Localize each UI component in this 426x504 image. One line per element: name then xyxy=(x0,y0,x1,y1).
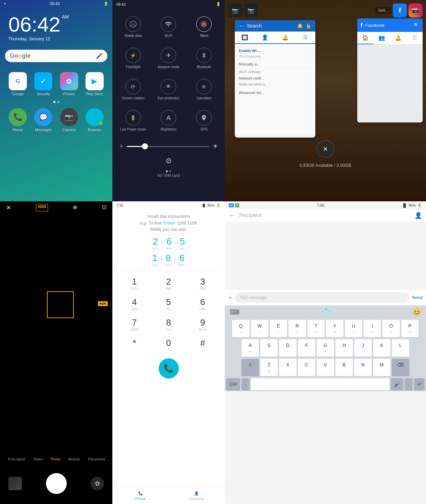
enter-key[interactable]: ⏎ xyxy=(414,378,425,390)
emoji-icon[interactable]: 😊 xyxy=(413,308,421,316)
recipient-field[interactable]: Recipient xyxy=(236,212,415,218)
key-n[interactable]: N xyxy=(354,359,372,376)
key-7[interactable]: 7 PQRS xyxy=(117,314,152,335)
qs-calculator[interactable]: ⊕ Calculator xyxy=(187,74,221,105)
fb-nav-4[interactable]: ☰ xyxy=(406,32,423,44)
back-arrow-icon[interactable]: ← xyxy=(239,23,244,29)
mode-beauty[interactable]: Beauty xyxy=(68,457,80,461)
mode-panorama[interactable]: Panorama xyxy=(88,457,105,461)
key-m[interactable]: M xyxy=(373,359,390,376)
key-v[interactable]: V xyxy=(317,359,334,376)
key-q[interactable]: Q1 xyxy=(232,320,250,337)
brightness-slider-track[interactable] xyxy=(127,146,209,147)
mic-icon[interactable]: 🎤 xyxy=(96,53,103,59)
key-3[interactable]: 3 DEF xyxy=(185,273,220,294)
period-key[interactable]: . xyxy=(405,378,413,390)
key-0[interactable]: 0 + xyxy=(152,335,186,355)
app-security[interactable]: ✓ Security xyxy=(32,72,54,96)
qs-rotation[interactable]: ⟳ Screen rotation xyxy=(116,74,151,105)
qs-flashlight[interactable]: ⚡ Flashlight xyxy=(116,43,151,73)
qs-gps[interactable]: GPS xyxy=(187,105,221,136)
qs-wifi[interactable]: Wi-Fi xyxy=(151,12,186,42)
key-c[interactable]: C xyxy=(298,359,315,376)
key-w[interactable]: W2 xyxy=(251,320,268,337)
app-google[interactable]: G Google xyxy=(7,72,29,96)
camera-effects-button[interactable]: ✿ xyxy=(91,477,104,490)
shirt-icon[interactable]: 👕 xyxy=(322,308,330,316)
instagram-app-icon-top[interactable]: 📸 xyxy=(409,3,423,17)
call-button[interactable]: 📞 xyxy=(159,358,179,379)
key-g[interactable]: G& xyxy=(317,339,334,357)
qs-eye[interactable]: 👁 Eye protection xyxy=(151,74,186,105)
camera-viewfinder[interactable]: HDR xyxy=(0,214,112,449)
settings-small-icon[interactable]: Sett... xyxy=(375,7,391,14)
shift-key[interactable]: ⇧ xyxy=(242,359,259,376)
wifi-nav-icon-2[interactable]: 👤 xyxy=(255,32,275,43)
num-switch-key[interactable]: 12# xyxy=(226,378,240,390)
qs-mobile-data[interactable]: ◎ Mobile data xyxy=(116,12,151,42)
key-a[interactable]: A@ xyxy=(242,339,259,357)
app-phone[interactable]: 📞 Phone xyxy=(7,108,29,132)
mic-keyboard-icon[interactable]: 🎤 xyxy=(391,378,403,390)
qs-lowpower[interactable]: 🔋 Low Power mode xyxy=(116,105,151,136)
tab-phone[interactable]: 📞 Phone xyxy=(112,488,169,504)
mode-video[interactable]: Video xyxy=(33,457,43,461)
key-9[interactable]: 9 WXYZ xyxy=(185,314,220,335)
app-playstore[interactable]: ▶ Play Store xyxy=(84,72,106,96)
attach-icon[interactable]: + xyxy=(228,293,232,302)
key-r[interactable]: R4 xyxy=(288,320,306,337)
key-z[interactable]: Z@ xyxy=(260,359,278,376)
facebook-app-icon-top[interactable]: f xyxy=(393,3,407,17)
key-5[interactable]: 5 JKL xyxy=(152,294,186,314)
lens-switch-icon[interactable]: ⊕ xyxy=(73,204,77,211)
fb-nav-1[interactable]: 🏠 xyxy=(357,32,374,44)
recent-camera-icon[interactable]: 📷 xyxy=(228,3,242,17)
key-l[interactable]: L+ xyxy=(392,339,409,357)
app-photos[interactable]: ✿ Photos xyxy=(58,72,80,96)
key-i[interactable]: I8 xyxy=(364,320,381,337)
brightness-slider-row[interactable]: ☀ ☀ xyxy=(112,139,225,153)
brightness-thumb[interactable] xyxy=(142,143,148,149)
qs-silent[interactable]: 🔕 Silent xyxy=(187,12,221,42)
wifi-nav-icon-1[interactable]: 🔲 xyxy=(235,32,255,43)
key-1[interactable]: 1 QLO xyxy=(117,273,152,294)
mode-timelapse[interactable]: Time lapse xyxy=(7,457,25,461)
key-y[interactable]: Y6 xyxy=(326,320,343,337)
key-e[interactable]: E3 xyxy=(270,320,287,337)
recent-camera2-icon[interactable]: 📷 xyxy=(244,3,258,17)
tab-contacts[interactable]: 👤 Contacts xyxy=(169,488,225,504)
key-8[interactable]: 8 TUV xyxy=(152,314,186,335)
qs-airplane[interactable]: ✈ Airplane mode xyxy=(151,43,186,73)
key-j[interactable]: J( xyxy=(354,339,372,357)
fb-nav-2[interactable]: 👥 xyxy=(374,32,390,44)
key-s[interactable]: S_ xyxy=(260,339,278,357)
camera-thumbnail[interactable] xyxy=(8,477,22,490)
key-2[interactable]: 2 ABC xyxy=(152,273,186,294)
key-f[interactable]: F| xyxy=(298,339,315,357)
comma-key[interactable]: ، xyxy=(242,378,250,390)
app-browser[interactable]: 🌐 N Browser xyxy=(84,108,106,132)
back-arrow-sms[interactable]: ← xyxy=(229,212,235,219)
key-4[interactable]: 4 GHI xyxy=(117,294,152,314)
key-hash[interactable]: # · xyxy=(185,335,220,355)
key-u[interactable]: U7 xyxy=(345,320,362,337)
shutter-button[interactable] xyxy=(46,473,67,494)
app-messages[interactable]: 💬 Messages xyxy=(32,108,54,132)
qs-bluetooth[interactable]: Bluetooth xyxy=(187,43,221,73)
key-o[interactable]: O9 xyxy=(382,320,400,337)
hdr-indicator[interactable]: HDR xyxy=(36,204,48,211)
key-star[interactable]: * · xyxy=(117,335,152,355)
key-p[interactable]: P0 xyxy=(401,320,419,337)
space-key[interactable] xyxy=(251,378,389,390)
key-6[interactable]: 6 MNO xyxy=(185,294,220,314)
key-k[interactable]: K) xyxy=(373,339,390,357)
key-x[interactable]: X xyxy=(279,359,297,376)
fb-nav-3[interactable]: 🔔 xyxy=(390,32,407,44)
close-camera-icon[interactable]: ✕ xyxy=(6,204,11,211)
qs-brightness[interactable]: A Brightness xyxy=(151,105,186,136)
wifi-nav-icon-4[interactable]: ☰ xyxy=(295,32,315,43)
backspace-key[interactable]: ⌫ xyxy=(392,359,409,376)
key-d[interactable]: D/ xyxy=(279,339,297,357)
message-input[interactable]: Text message xyxy=(235,292,409,303)
fb-search-icon[interactable]: 🔍 xyxy=(414,22,419,28)
